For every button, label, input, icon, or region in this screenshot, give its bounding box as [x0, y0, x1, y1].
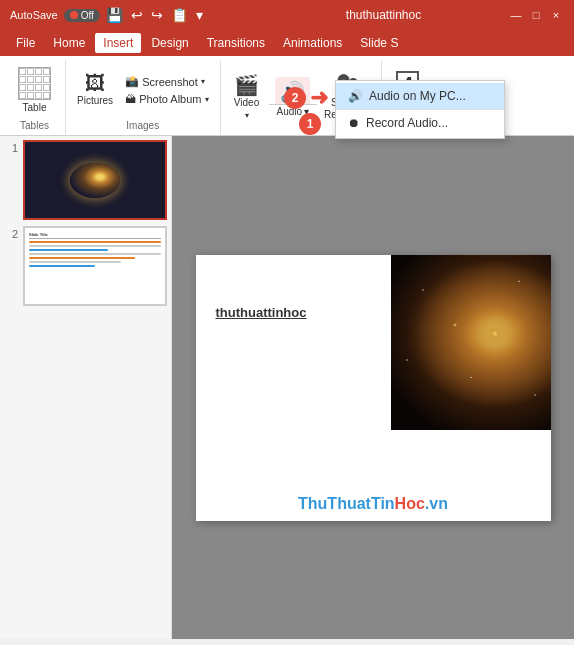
slide-thumbnail-1[interactable]: 1 — [4, 140, 167, 220]
menu-transitions[interactable]: Transitions — [199, 33, 273, 53]
photo-album-chevron: ▾ — [205, 95, 209, 104]
menu-slide-show[interactable]: Slide S — [352, 33, 406, 53]
table-label: Table — [23, 102, 47, 113]
arrow-right-icon: ➜ — [310, 85, 328, 111]
screenshot-label: Screenshot — [142, 76, 198, 88]
ribbon-group-tables: Table Tables — [4, 60, 66, 135]
menu-design[interactable]: Design — [143, 33, 196, 53]
watermark-tin: Tin — [371, 495, 395, 512]
badge-1: 1 — [299, 113, 321, 135]
record-audio-label: Record Audio... — [366, 116, 448, 130]
ribbon-tables-items: Table — [10, 62, 59, 118]
audio-dropdown-menu: 2 ➜ 🔊 Audio on My PC... ⏺ Record Audio..… — [335, 80, 505, 139]
pictures-icon: 🖼 — [85, 73, 105, 93]
slide2-line3 — [29, 249, 108, 251]
slide-num-1: 1 — [4, 142, 18, 154]
audio-on-my-pc-item[interactable]: 🔊 Audio on My PC... — [336, 83, 504, 109]
slide-thumbnail-2[interactable]: 2 Slide Title — [4, 226, 167, 306]
autosave-state: Off — [81, 10, 94, 21]
title-bar-icons: 💾 ↩ ↪ 📋 ▾ — [106, 7, 203, 23]
video-chevron: ▾ — [245, 111, 249, 120]
slide-num-2: 2 — [4, 228, 18, 240]
slide2-line5 — [29, 257, 135, 259]
audio-on-pc-icon: 🔊 — [348, 89, 363, 103]
title-bar-title: thuthuattinhoc — [259, 8, 508, 22]
slide-image-1[interactable] — [23, 140, 167, 220]
watermark: ThuThuatTinHoc.vn — [298, 495, 448, 513]
video-button[interactable]: 🎬 Video ▾ — [227, 72, 267, 123]
screenshot-icon: 📸 — [125, 75, 139, 88]
galaxy-stars — [391, 255, 551, 430]
tables-group-label: Tables — [20, 120, 49, 133]
customize-icon[interactable]: 📋 — [171, 7, 188, 23]
watermark-thu: Thu — [298, 495, 327, 512]
photo-album-label: Photo Album — [139, 93, 201, 105]
watermark-thuat: Thuat — [327, 495, 371, 512]
maximize-button[interactable]: □ — [528, 7, 544, 23]
title-bar: AutoSave Off 💾 ↩ ↪ 📋 ▾ thuthuattinhoc — … — [0, 0, 574, 30]
photo-album-button[interactable]: 🏔 Photo Album ▾ — [120, 91, 213, 107]
slide2-line6 — [29, 261, 121, 263]
record-audio-item[interactable]: ⏺ Record Audio... — [336, 110, 504, 136]
audio-on-pc-label: Audio on My PC... — [369, 89, 466, 103]
badge-2: 2 — [284, 87, 306, 109]
slide2-line4 — [29, 253, 161, 255]
pictures-button[interactable]: 🖼 Pictures — [72, 70, 118, 110]
close-button[interactable]: × — [548, 7, 564, 23]
slide2-content: Slide Title — [25, 228, 165, 304]
slide-image-2[interactable]: Slide Title — [23, 226, 167, 306]
menu-home[interactable]: Home — [45, 33, 93, 53]
title-bar-left: AutoSave Off 💾 ↩ ↪ 📋 ▾ — [10, 7, 259, 23]
undo-icon[interactable]: ↩ — [131, 7, 143, 23]
toggle-dot — [70, 11, 78, 19]
slide-text: thuthuattinhoc — [216, 305, 307, 320]
galaxy-image — [391, 255, 551, 430]
slide2-line2 — [29, 245, 161, 247]
watermark-hoc: Hoc — [395, 495, 425, 512]
slide-canvas[interactable]: thuthuattinhoc ThuThuatTinHoc.vn — [196, 255, 551, 521]
redo-icon[interactable]: ↪ — [151, 7, 163, 23]
images-col: 📸 Screenshot ▾ 🏔 Photo Album ▾ — [120, 73, 213, 107]
slide2-line7 — [29, 265, 95, 267]
watermark-dot: .vn — [425, 495, 448, 512]
screenshot-chevron: ▾ — [201, 77, 205, 86]
title-bar-controls: — □ × — [508, 7, 564, 23]
pictures-label: Pictures — [77, 95, 113, 107]
minimize-button[interactable]: — — [508, 7, 524, 23]
images-group-label: Images — [126, 120, 159, 133]
slide2-line1 — [29, 241, 161, 243]
galaxy-thumbnail — [70, 163, 120, 198]
table-button[interactable]: Table — [10, 63, 59, 117]
video-label: Video — [234, 97, 259, 109]
photo-album-icon: 🏔 — [125, 93, 136, 105]
screenshot-button[interactable]: 📸 Screenshot ▾ — [120, 73, 213, 90]
main-area: 1 2 Slide Title — [0, 136, 574, 639]
autosave-toggle[interactable]: Off — [64, 9, 100, 22]
ribbon-group-images: 🖼 Pictures 📸 Screenshot ▾ 🏔 Photo Album … — [66, 60, 221, 135]
slide2-title: Slide Title — [29, 232, 161, 239]
menu-insert[interactable]: Insert — [95, 33, 141, 53]
menu-bar: File Home Insert Design Transitions Anim… — [0, 30, 574, 56]
table-grid-icon — [18, 67, 51, 100]
content-area: thuthuattinhoc ThuThuatTinHoc.vn — [172, 136, 574, 639]
slide1-content — [25, 142, 165, 218]
save-icon[interactable]: 💾 — [106, 7, 123, 23]
menu-file[interactable]: File — [8, 33, 43, 53]
video-icon: 🎬 — [234, 75, 259, 95]
autosave-label: AutoSave — [10, 9, 58, 21]
badge2-area: 2 ➜ — [284, 85, 328, 111]
slide-panel: 1 2 Slide Title — [0, 136, 172, 639]
menu-animations[interactable]: Animations — [275, 33, 350, 53]
record-icon: ⏺ — [348, 116, 360, 130]
ribbon-images-items: 🖼 Pictures 📸 Screenshot ▾ 🏔 Photo Album … — [72, 62, 214, 118]
dropdown-icon[interactable]: ▾ — [196, 7, 203, 23]
